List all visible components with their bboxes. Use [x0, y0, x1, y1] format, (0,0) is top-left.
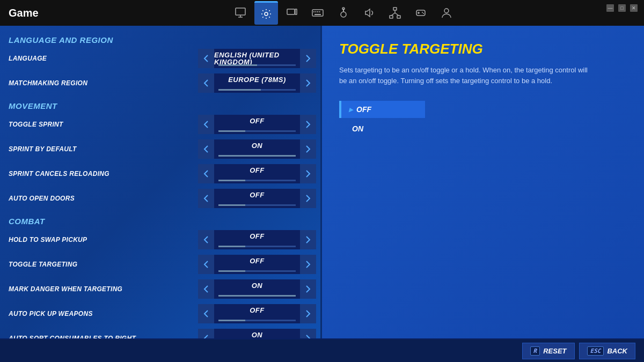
back-key: ESC — [587, 346, 604, 356]
setting-row: AUTO SORT CONSUMABLES TO RIGHTON — [4, 327, 320, 338]
setting-control: OFF — [198, 189, 316, 208]
section-header-combat: COMBAT — [4, 211, 320, 228]
maximize-button[interactable]: □ — [618, 4, 626, 12]
setting-control: ENGLISH (UNITED KINGDOM) — [198, 49, 316, 68]
svg-rect-7 — [313, 11, 314, 12]
value-text: OFF — [250, 191, 265, 198]
value-text: ON — [252, 331, 263, 338]
setting-control: OFF — [198, 230, 316, 249]
setting-control: EUROPE (78MS) — [198, 73, 316, 93]
value-text: OFF — [250, 117, 265, 124]
reset-key: R — [530, 346, 540, 356]
svg-rect-5 — [295, 9, 297, 14]
value-bar — [218, 89, 296, 91]
setting-control: ON — [198, 139, 316, 159]
minimize-button[interactable]: — — [606, 4, 614, 12]
arrow-right-button[interactable] — [300, 329, 316, 338]
window-controls[interactable]: — □ ✕ — [600, 0, 644, 16]
arrow-right-button[interactable] — [300, 255, 316, 274]
setting-label: SPRINT CANCELS RELOADING — [9, 170, 198, 178]
value-text: ON — [252, 282, 263, 289]
setting-row: AUTO OPEN DOORSOFF — [4, 187, 320, 210]
arrow-left-button[interactable] — [198, 304, 214, 323]
monitor-icon[interactable] — [229, 1, 252, 25]
bottom-bar: R RESET ESC BACK — [0, 338, 644, 362]
setting-label: MATCHMAKING REGION — [9, 79, 198, 87]
option-item[interactable]: ▶OFF — [339, 101, 425, 118]
svg-rect-10 — [319, 11, 320, 12]
setting-row: HOLD TO SWAP PICKUPOFF — [4, 228, 320, 252]
reset-label: RESET — [543, 347, 566, 355]
setting-row: TOGGLE TARGETINGOFF — [4, 253, 320, 276]
svg-rect-6 — [312, 10, 323, 16]
arrow-left-button[interactable] — [198, 73, 214, 93]
value-box: OFF — [214, 304, 300, 323]
display-icon[interactable] — [280, 1, 304, 25]
arrow-right-button[interactable] — [300, 115, 316, 134]
arrow-left-button[interactable] — [198, 230, 214, 249]
arrow-left-button[interactable] — [198, 49, 214, 68]
value-box: ENGLISH (UNITED KINGDOM) — [214, 49, 300, 68]
arrow-left-button[interactable] — [198, 329, 214, 338]
section-header-language-region: LANGUAGE AND REGION — [4, 30, 320, 47]
value-box: OFF — [214, 164, 300, 183]
arrow-right-button[interactable] — [300, 139, 316, 159]
gear-icon[interactable] — [254, 1, 278, 25]
close-button[interactable]: ✕ — [630, 4, 638, 12]
arrow-left-button[interactable] — [198, 279, 214, 299]
reset-button[interactable]: R RESET — [522, 343, 575, 359]
value-bar — [218, 295, 296, 297]
svg-point-26 — [444, 9, 449, 13]
value-box: OFF — [214, 230, 300, 249]
value-bar — [218, 130, 296, 132]
svg-line-19 — [391, 13, 395, 16]
arrow-left-button[interactable] — [198, 139, 214, 159]
value-box: OFF — [214, 115, 300, 134]
arrow-left-button[interactable] — [198, 115, 214, 134]
svg-point-3 — [265, 12, 268, 16]
svg-rect-8 — [315, 11, 316, 12]
arrow-right-button[interactable] — [300, 189, 316, 208]
svg-point-24 — [422, 12, 423, 13]
setting-label: TOGGLE SPRINT — [9, 121, 198, 128]
setting-row: TOGGLE SPRINTOFF — [4, 113, 320, 136]
detail-title: TOGGLE TARGETING — [339, 41, 627, 57]
setting-control: OFF — [198, 164, 316, 183]
back-button[interactable]: ESC BACK — [579, 343, 635, 359]
arrow-left-button[interactable] — [198, 164, 214, 183]
audio-icon[interactable] — [357, 1, 381, 25]
back-label: BACK — [607, 347, 627, 355]
keyboard-icon[interactable] — [306, 1, 330, 25]
selected-arrow-icon: ▶ — [349, 107, 353, 113]
svg-rect-15 — [393, 8, 397, 10]
window-title: Game — [9, 7, 39, 19]
arrow-right-button[interactable] — [300, 279, 316, 299]
svg-rect-0 — [236, 8, 245, 15]
arrow-right-button[interactable] — [300, 49, 316, 68]
setting-control: ON — [198, 329, 316, 338]
arrow-right-button[interactable] — [300, 304, 316, 323]
nav-icons — [52, 1, 635, 25]
value-bar — [218, 180, 296, 181]
svg-rect-17 — [397, 16, 400, 18]
value-bar — [218, 155, 296, 157]
setting-control: OFF — [198, 304, 316, 323]
option-list: ▶OFFON — [339, 101, 627, 137]
arrow-right-button[interactable] — [300, 73, 316, 93]
setting-label: LANGUAGE — [9, 55, 198, 62]
option-item[interactable]: ON — [339, 120, 425, 137]
value-box: ON — [214, 279, 300, 299]
setting-row: LANGUAGEENGLISH (UNITED KINGDOM) — [4, 47, 320, 70]
setting-control: ON — [198, 279, 316, 299]
arrow-right-button[interactable] — [300, 164, 316, 183]
setting-row: AUTO PICK UP WEAPONSOFF — [4, 302, 320, 326]
gamepad-icon[interactable] — [409, 1, 433, 25]
value-bar — [218, 320, 296, 321]
user-icon[interactable] — [435, 1, 458, 25]
arrow-right-button[interactable] — [300, 230, 316, 249]
svg-rect-4 — [287, 9, 295, 14]
network-icon[interactable] — [383, 1, 407, 25]
arrow-left-button[interactable] — [198, 255, 214, 274]
controller-icon[interactable] — [332, 1, 355, 25]
arrow-left-button[interactable] — [198, 189, 214, 208]
